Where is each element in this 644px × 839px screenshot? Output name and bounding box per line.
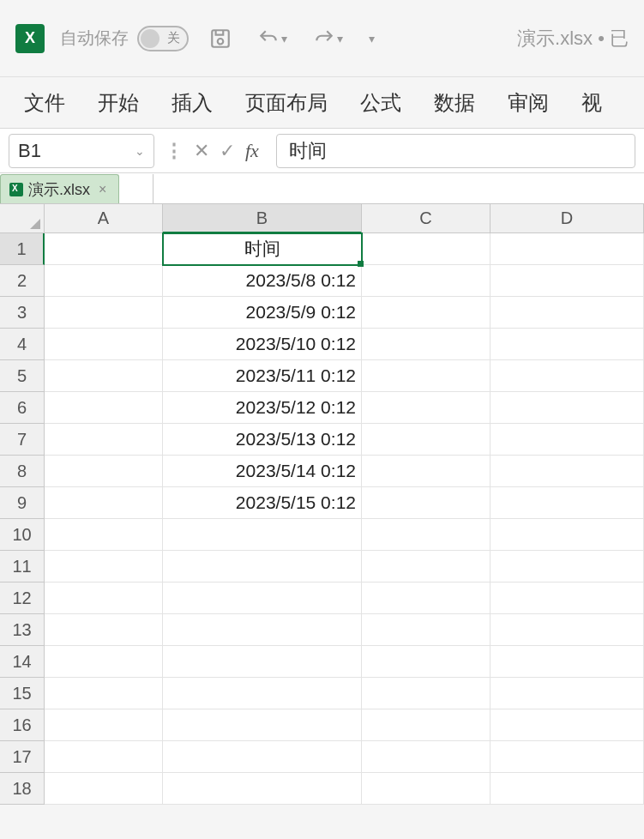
cell-C16[interactable] (362, 709, 491, 741)
tab-page-layout[interactable]: 页面布局 (245, 89, 328, 117)
cell-D12[interactable] (491, 582, 644, 614)
select-all-corner[interactable] (0, 204, 45, 233)
cell-B8[interactable]: 2023/5/14 0:12 (163, 456, 362, 487)
cancel-icon[interactable]: ✕ (194, 140, 209, 162)
cell-C10[interactable] (362, 519, 491, 551)
cell-A3[interactable] (45, 297, 163, 329)
cell-B14[interactable] (163, 646, 362, 678)
cell-B13[interactable] (163, 614, 362, 646)
cell-B4[interactable]: 2023/5/10 0:12 (163, 329, 362, 360)
autosave-control[interactable]: 自动保存 关 (60, 26, 189, 51)
cell-D6[interactable] (491, 392, 644, 424)
cell-A6[interactable] (45, 392, 163, 424)
cell-D3[interactable] (491, 297, 644, 329)
cell-A4[interactable] (45, 329, 163, 360)
tab-home[interactable]: 开始 (98, 89, 139, 117)
cell-C7[interactable] (362, 424, 491, 456)
cell-C17[interactable] (362, 741, 491, 773)
quick-access-more[interactable]: ▾ (364, 28, 380, 49)
row-header-8[interactable]: 8 (0, 456, 45, 487)
cell-C5[interactable] (362, 360, 491, 392)
cell-A2[interactable] (45, 265, 163, 297)
autosave-toggle[interactable]: 关 (137, 26, 189, 51)
close-icon[interactable]: × (99, 182, 106, 197)
cell-D4[interactable] (491, 329, 644, 360)
tab-formulas[interactable]: 公式 (360, 89, 401, 117)
redo-button[interactable]: ▾ (308, 24, 348, 53)
cell-D5[interactable] (491, 360, 644, 392)
cell-B9[interactable]: 2023/5/15 0:12 (163, 487, 362, 519)
cell-D7[interactable] (491, 424, 644, 456)
undo-button[interactable]: ▾ (252, 24, 292, 53)
cell-D13[interactable] (491, 614, 644, 646)
chevron-down-icon[interactable]: ⌄ (135, 144, 145, 158)
tab-file[interactable]: 文件 (24, 89, 65, 117)
cell-A5[interactable] (45, 360, 163, 392)
cell-D15[interactable] (491, 678, 644, 709)
cell-A1[interactable] (45, 233, 163, 265)
cell-C12[interactable] (362, 582, 491, 614)
cell-D10[interactable] (491, 519, 644, 551)
row-header-14[interactable]: 14 (0, 646, 45, 678)
formula-input[interactable]: 时间 (276, 134, 635, 168)
save-icon[interactable] (204, 24, 237, 53)
cell-C15[interactable] (362, 678, 491, 709)
cell-D9[interactable] (491, 487, 644, 519)
cell-D18[interactable] (491, 773, 644, 805)
row-header-7[interactable]: 7 (0, 424, 45, 456)
cell-C13[interactable] (362, 614, 491, 646)
column-header-A[interactable]: A (45, 204, 163, 233)
cell-A9[interactable] (45, 487, 163, 519)
cell-A8[interactable] (45, 456, 163, 487)
cell-A10[interactable] (45, 519, 163, 551)
column-header-D[interactable]: D (491, 204, 644, 233)
row-header-3[interactable]: 3 (0, 297, 45, 329)
tab-view[interactable]: 视 (581, 89, 602, 117)
confirm-icon[interactable]: ✓ (220, 140, 235, 162)
column-header-B[interactable]: B (163, 204, 362, 233)
cell-B16[interactable] (163, 709, 362, 741)
cell-B5[interactable]: 2023/5/11 0:12 (163, 360, 362, 392)
cell-B17[interactable] (163, 741, 362, 773)
cell-C18[interactable] (362, 773, 491, 805)
cell-D2[interactable] (491, 265, 644, 297)
tab-insert[interactable]: 插入 (172, 89, 213, 117)
workbook-tab-active[interactable]: 演示.xlsx × (0, 174, 119, 203)
cell-B15[interactable] (163, 678, 362, 709)
cell-A17[interactable] (45, 741, 163, 773)
cell-C9[interactable] (362, 487, 491, 519)
cell-B11[interactable] (163, 551, 362, 582)
cell-D16[interactable] (491, 709, 644, 741)
row-header-9[interactable]: 9 (0, 487, 45, 519)
row-header-12[interactable]: 12 (0, 582, 45, 614)
row-header-18[interactable]: 18 (0, 773, 45, 805)
cell-C8[interactable] (362, 456, 491, 487)
cell-C6[interactable] (362, 392, 491, 424)
cell-B6[interactable]: 2023/5/12 0:12 (163, 392, 362, 424)
row-header-16[interactable]: 16 (0, 709, 45, 741)
row-header-17[interactable]: 17 (0, 741, 45, 773)
cell-D8[interactable] (491, 456, 644, 487)
cell-C4[interactable] (362, 329, 491, 360)
tab-data[interactable]: 数据 (434, 89, 475, 117)
cell-B12[interactable] (163, 582, 362, 614)
cell-A12[interactable] (45, 582, 163, 614)
cell-A18[interactable] (45, 773, 163, 805)
cell-B2[interactable]: 2023/5/8 0:12 (163, 265, 362, 297)
name-box[interactable]: B1 ⌄ (9, 134, 154, 168)
cell-C11[interactable] (362, 551, 491, 582)
cell-C1[interactable] (362, 233, 491, 265)
row-header-4[interactable]: 4 (0, 329, 45, 360)
cell-A16[interactable] (45, 709, 163, 741)
cell-B7[interactable]: 2023/5/13 0:12 (163, 424, 362, 456)
cell-B18[interactable] (163, 773, 362, 805)
column-header-C[interactable]: C (362, 204, 491, 233)
fx-icon[interactable]: fx (245, 140, 259, 162)
row-header-11[interactable]: 11 (0, 551, 45, 582)
cell-C14[interactable] (362, 646, 491, 678)
tab-review[interactable]: 审阅 (508, 89, 549, 117)
cell-A13[interactable] (45, 614, 163, 646)
cell-C3[interactable] (362, 297, 491, 329)
cell-D11[interactable] (491, 551, 644, 582)
cell-B1[interactable]: 时间 (163, 233, 362, 265)
